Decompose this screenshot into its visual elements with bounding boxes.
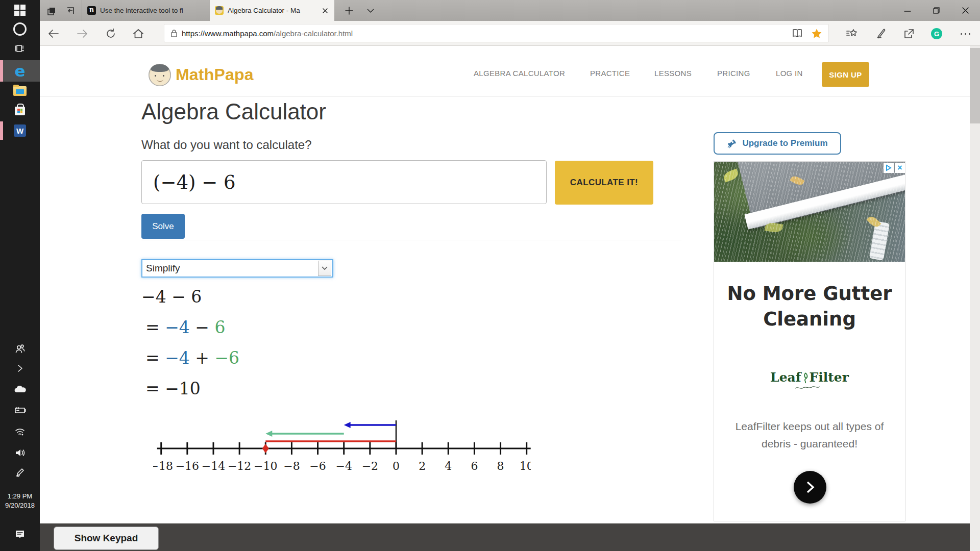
svg-text:6: 6	[471, 460, 478, 472]
taskbar-clock[interactable]: 1:29 PM 9/20/2018	[0, 491, 40, 511]
chevron-right-icon	[15, 364, 24, 373]
step-term: =	[145, 317, 165, 337]
header-divider	[40, 96, 970, 97]
ad-brand-logo[interactable]: LeafFilter	[714, 370, 905, 390]
url-text[interactable]: https://www.mathpapa.com/algebra-calcula…	[182, 29, 353, 38]
file-explorer-icon	[13, 86, 27, 96]
nav-pricing[interactable]: PRICING	[717, 69, 750, 78]
tab-list-button[interactable]	[360, 0, 381, 21]
tab-preview-button[interactable]	[43, 0, 60, 21]
upgrade-premium-button[interactable]: Upgrade to Premium	[714, 132, 841, 155]
nav-lessons[interactable]: LESSONS	[654, 69, 692, 78]
new-tab-button[interactable]	[339, 0, 359, 21]
tab-active[interactable]: Algebra Calculator - Ma	[210, 0, 334, 21]
svg-text:0: 0	[393, 460, 400, 472]
browser-titlebar: B Use the interactive tool to fi Algebra…	[40, 0, 980, 21]
start-button[interactable]	[0, 4, 40, 16]
home-button[interactable]	[132, 27, 145, 40]
solve-button[interactable]: Solve	[141, 214, 185, 239]
tab-close-icon[interactable]	[321, 7, 329, 15]
wifi-button[interactable]	[0, 425, 40, 438]
step-term: −4	[165, 348, 190, 368]
taskbar-edge-button[interactable]: e	[0, 63, 40, 79]
ad-tagline: LeafFilter keeps out all types of debris…	[714, 418, 905, 453]
step-term: −4 − 6	[141, 287, 202, 307]
people-button[interactable]	[0, 343, 40, 355]
lock-icon[interactable]	[170, 29, 178, 38]
minimize-icon	[904, 7, 911, 14]
chevron-down-icon	[322, 266, 328, 270]
window-close-button[interactable]	[950, 0, 980, 21]
battery-button[interactable]	[0, 404, 40, 416]
svg-text:8: 8	[497, 460, 504, 472]
keypad-bar: Show Keypad	[40, 523, 970, 551]
nav-practice[interactable]: PRACTICE	[590, 69, 630, 78]
cortana-button[interactable]	[0, 23, 40, 35]
calculate-button[interactable]: CALCULATE IT!	[555, 161, 653, 205]
svg-text:−8: −8	[283, 460, 300, 472]
window-restore-button[interactable]	[922, 0, 950, 21]
adchoices-button[interactable]	[884, 163, 894, 173]
nav-algebra-calculator[interactable]: ALGEBRA CALCULATOR	[474, 69, 565, 78]
scrollbar[interactable]	[970, 46, 980, 551]
mode-select[interactable]: Simplify	[141, 259, 333, 278]
restore-icon	[933, 7, 940, 14]
onedrive-button[interactable]	[0, 383, 40, 395]
show-keypad-button[interactable]: Show Keypad	[54, 527, 159, 550]
refresh-button[interactable]	[104, 27, 117, 40]
select-caret	[318, 261, 331, 276]
windows-ink-button[interactable]	[0, 467, 40, 479]
solution-step: −4 − 6	[141, 287, 202, 307]
nav-login[interactable]: LOG IN	[776, 69, 803, 78]
taskbar-word-button[interactable]: W	[0, 124, 40, 137]
forward-button[interactable]	[76, 27, 89, 40]
scrollbar-thumb[interactable]	[970, 48, 980, 123]
ad-image[interactable]: ×	[714, 162, 905, 262]
signup-button[interactable]: SIGN UP	[822, 62, 869, 87]
advertisement[interactable]: × No More Gutter Cleaning LeafFilter Lea…	[714, 161, 905, 521]
volume-button[interactable]	[0, 446, 40, 459]
action-center-button[interactable]	[0, 527, 40, 541]
page-title: Algebra Calculator	[141, 99, 326, 124]
settings-more-button[interactable]	[959, 27, 972, 40]
back-icon	[47, 29, 60, 39]
svg-text:−14: −14	[202, 460, 225, 472]
taskbar-file-explorer-button[interactable]	[0, 85, 40, 97]
volume-icon	[13, 447, 27, 458]
tab2-favicon	[215, 6, 224, 15]
svg-text:−4: −4	[335, 460, 352, 472]
step-term: +	[190, 348, 215, 368]
svg-text:−16: −16	[176, 460, 199, 472]
cortana-icon	[13, 22, 27, 36]
show-hidden-icons-button[interactable]	[0, 363, 40, 374]
ad-cta-button[interactable]	[794, 471, 826, 504]
favorite-star-icon[interactable]	[811, 28, 822, 39]
microsoft-store-icon	[15, 107, 25, 115]
back-button[interactable]	[47, 27, 60, 40]
taskbar-store-button[interactable]	[0, 104, 40, 117]
address-bar[interactable]: https://www.mathpapa.com/algebra-calcula…	[164, 24, 829, 42]
url-path: /algebra-calculator.html	[274, 29, 353, 38]
set-tabs-aside-icon	[46, 6, 57, 16]
web-notes-button[interactable]	[874, 27, 887, 40]
task-view-button[interactable]	[0, 42, 40, 55]
mathpapa-logo-icon[interactable]	[149, 64, 171, 86]
ad-headline[interactable]: No More Gutter Cleaning	[714, 281, 905, 332]
ink-pen-icon	[874, 28, 887, 39]
svg-text:−2: −2	[362, 460, 378, 472]
window-minimize-button[interactable]	[893, 0, 922, 21]
svg-text:10: 10	[520, 460, 531, 472]
tabs-set-aside-button[interactable]	[61, 0, 79, 21]
ad-close-button[interactable]: ×	[895, 163, 905, 173]
step-term: −4	[165, 317, 190, 337]
favorites-hub-button[interactable]	[845, 27, 859, 40]
grammarly-extension-button[interactable]: G	[930, 27, 943, 40]
math-input[interactable]: (−4) − 6	[141, 160, 547, 204]
share-button[interactable]	[902, 27, 916, 40]
section-divider	[141, 240, 681, 240]
battery-charging-icon	[13, 405, 27, 415]
brand-wordmark[interactable]: MathPapa	[176, 65, 254, 84]
adchoices-icon	[885, 164, 892, 171]
reading-view-icon[interactable]	[792, 29, 803, 38]
tab-inactive[interactable]: B Use the interactive tool to fi	[82, 0, 209, 21]
